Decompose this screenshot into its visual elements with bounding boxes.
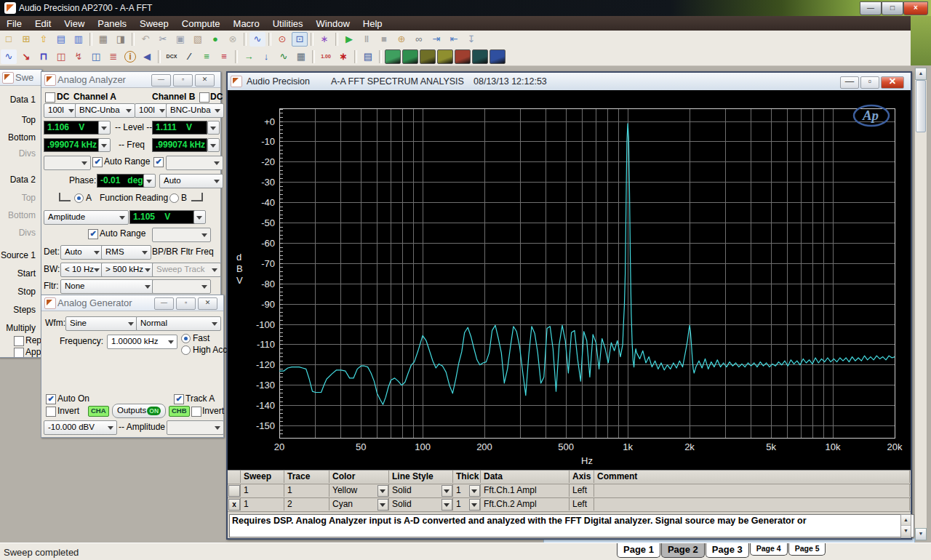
halt-icon[interactable]: ■ [376, 32, 392, 47]
open-test-icon[interactable]: ⇧ [36, 32, 52, 47]
graph-thumb-4[interactable] [437, 49, 453, 64]
menu-item-panels[interactable]: Panels [91, 16, 133, 31]
menu-item-help[interactable]: Help [356, 16, 389, 31]
sweep-start-icon[interactable]: → [241, 49, 257, 64]
generator-restore-button[interactable]: ▫ [176, 297, 196, 310]
freq-b-units-select[interactable] [207, 138, 220, 152]
range-b-select[interactable] [166, 156, 223, 170]
app-maximize-button[interactable]: □ [882, 1, 903, 15]
row-select-button[interactable]: x [228, 499, 240, 511]
scroll-up-icon[interactable]: ▲ [901, 515, 911, 526]
fn-range-select[interactable] [152, 228, 211, 242]
data-editor-icon[interactable]: ▦ [293, 49, 309, 64]
menu-item-edit[interactable]: Edit [28, 16, 57, 31]
frequency-input[interactable]: 1.00000 kHz [107, 335, 177, 349]
graph-icon[interactable]: ∿ [249, 32, 265, 47]
fft-title-bar[interactable]: Audio Precision A-A FFT SPECTRUM ANALYSI… [228, 73, 911, 91]
filter-curve-icon[interactable]: ∿ [276, 49, 292, 64]
wfm-select[interactable]: Sine [65, 316, 137, 331]
speaker-icon[interactable]: ◀ [139, 49, 155, 64]
wfm-mode-select[interactable]: Normal [136, 316, 221, 331]
auto-range-b-checkbox[interactable]: ✔ [153, 157, 164, 167]
menu-item-view[interactable]: View [57, 16, 91, 31]
digital-analyzer-icon[interactable]: ◫ [53, 49, 69, 64]
menu-item-utilities[interactable]: Utilities [266, 16, 310, 31]
undo-icon[interactable]: ↶ [137, 32, 153, 47]
menu-item-compute[interactable]: Compute [175, 16, 227, 31]
color-dropdown-icon[interactable] [377, 485, 388, 497]
analyzer-close-button[interactable]: ✕ [195, 74, 215, 87]
save-as-icon[interactable]: ▥ [71, 32, 87, 47]
bw-high-select[interactable]: > 500 kHz [101, 263, 154, 277]
range-a-select[interactable] [44, 156, 91, 170]
page-tab-3[interactable]: Page 3 [706, 543, 749, 558]
cell-data[interactable]: Fft.Ch.1 Ampl [481, 484, 570, 497]
regulation-icon[interactable]: ∗ [335, 49, 351, 64]
comment-scrollbar[interactable]: ▲ ▼ [900, 514, 911, 538]
level-a-units-select[interactable] [98, 121, 111, 135]
auto-on-checkbox[interactable]: ✔ [46, 394, 56, 404]
stop-icon[interactable]: ⊗ [225, 32, 241, 47]
analog-analyzer-icon[interactable]: ↘ [18, 49, 34, 64]
analyzer-minimize-button[interactable]: — [151, 74, 171, 87]
analyzer-restore-button[interactable]: ▫ [173, 74, 193, 87]
graph-thumb-6[interactable] [472, 49, 488, 64]
page-tab-2[interactable]: Page 2 [661, 543, 705, 558]
cell-line_style[interactable]: Solid [389, 498, 453, 511]
generator-minimize-button[interactable]: — [154, 297, 174, 310]
scroll-down-icon[interactable]: ▼ [901, 526, 911, 537]
dd-icon[interactable]: ◫ [88, 49, 104, 64]
menu-item-sweep[interactable]: Sweep [133, 16, 175, 31]
print-icon[interactable]: ▦ [95, 32, 111, 47]
fltr-select[interactable]: None [60, 279, 154, 294]
row-select-button[interactable] [228, 485, 240, 497]
dc-a-checkbox[interactable] [45, 92, 55, 103]
step-out-icon[interactable]: ↧ [463, 32, 479, 47]
line_style-dropdown-icon[interactable] [441, 499, 452, 511]
phase-units-select[interactable] [143, 174, 156, 188]
track-a-checkbox[interactable]: ✔ [174, 394, 184, 404]
sweep-app-checkbox[interactable] [14, 348, 24, 357]
step-into-icon[interactable]: ⇥ [428, 32, 444, 47]
cell-trace[interactable]: 1 [284, 484, 329, 497]
phase-range-select[interactable]: Auto [159, 174, 223, 188]
thick-dropdown-icon[interactable] [469, 499, 480, 511]
line_style-dropdown-icon[interactable] [441, 485, 452, 497]
readings-icon[interactable]: ∞ [411, 32, 427, 47]
menu-item-macro[interactable]: Macro [227, 16, 266, 31]
dc-b-checkbox[interactable] [199, 92, 209, 103]
comment-a-icon[interactable]: ⊙ [274, 32, 290, 47]
fft-minimize-button[interactable]: — [840, 76, 859, 89]
graph-thumb-1[interactable] [385, 49, 401, 64]
amplitude-input[interactable]: -10.000 dBV [44, 420, 117, 435]
step-over-icon[interactable]: ⇤ [446, 32, 462, 47]
function-b-radio[interactable] [169, 193, 179, 203]
cell-thick[interactable]: 1 [453, 484, 481, 497]
invert-a-checkbox[interactable] [46, 407, 56, 417]
generator-close-button[interactable]: ✕ [198, 297, 217, 310]
cell-line_style[interactable]: Solid [389, 484, 453, 497]
app-close-button[interactable]: × [903, 1, 928, 15]
pan-icon[interactable]: ⊕ [393, 32, 409, 47]
freq-a-units-select[interactable] [98, 138, 111, 152]
cell-sweep[interactable]: 1 [241, 484, 284, 497]
run-icon[interactable]: ▶ [341, 32, 357, 47]
cell-sel[interactable]: x [228, 498, 241, 511]
scroll-down-icon[interactable]: ▼ [915, 528, 927, 540]
thick-dropdown-icon[interactable] [469, 485, 480, 497]
new-test-icon[interactable]: □ [1, 32, 17, 47]
fft-restore-button[interactable]: ▫ [860, 76, 879, 89]
graph-thumb-7[interactable] [490, 49, 506, 64]
connector-b-select[interactable]: BNC-Unba [166, 103, 224, 118]
dcx-icon[interactable]: DCX [164, 49, 180, 64]
paste-icon[interactable]: ▧ [190, 32, 206, 47]
det-mode-select[interactable]: RMS [101, 245, 151, 260]
digital-generator-icon[interactable]: ⊓ [36, 49, 52, 64]
fltr-aux-select[interactable] [152, 279, 211, 294]
scroll-up-icon[interactable]: ▲ [915, 68, 927, 80]
settling-icon[interactable]: 1.00 [318, 49, 334, 64]
level-b-units-select[interactable] [207, 121, 220, 135]
graph-thumb-3[interactable] [420, 49, 436, 64]
generator-title-bar[interactable]: Analog Generator — ▫ ✕ [41, 295, 223, 311]
invert-b-checkbox[interactable] [191, 407, 201, 417]
